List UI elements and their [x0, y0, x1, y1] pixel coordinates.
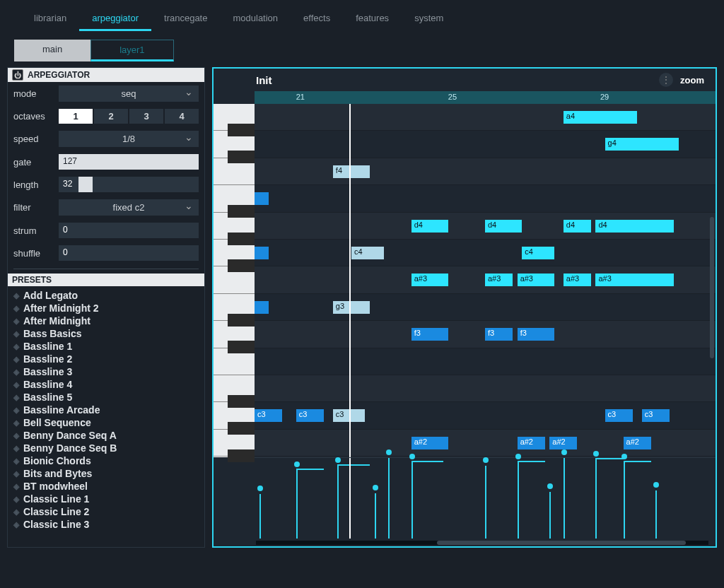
preset-item[interactable]: ◈Classic Line 1: [13, 493, 199, 505]
preset-item[interactable]: ◈BT modwheel: [13, 480, 199, 493]
note[interactable]: g3: [333, 301, 370, 314]
velocity-head[interactable]: [561, 449, 567, 455]
note[interactable]: d4: [595, 220, 674, 233]
power-icon[interactable]: ⏻: [12, 69, 23, 81]
note[interactable]: d4: [564, 220, 591, 233]
velocity-head[interactable]: [515, 454, 521, 459]
preset-item[interactable]: ◈Bassline 1: [13, 340, 199, 353]
top-tab-features[interactable]: features: [343, 7, 402, 31]
preset-item[interactable]: ◈Bassline 3: [13, 365, 199, 378]
mode-dropdown[interactable]: seq: [59, 86, 199, 102]
velocity-stem[interactable]: [337, 466, 339, 539]
note[interactable]: c3: [605, 409, 633, 422]
velocity-stem[interactable]: [549, 492, 551, 539]
note[interactable]: a4: [564, 111, 637, 124]
strum-slider[interactable]: 0: [59, 223, 199, 238]
velocity-head[interactable]: [294, 461, 300, 467]
sub-tab-layer1[interactable]: layer1: [90, 40, 173, 61]
octave-button-3[interactable]: 3: [129, 109, 163, 124]
preset-item[interactable]: ◈Bass Basics: [13, 327, 199, 340]
velocity-head[interactable]: [593, 451, 599, 457]
note[interactable]: c3: [255, 409, 282, 422]
filter-dropdown[interactable]: fixed c2: [59, 199, 199, 216]
preset-item[interactable]: ◈Bionic Chords: [13, 454, 199, 467]
note[interactable]: f4: [333, 165, 370, 178]
note[interactable]: c4: [522, 247, 554, 259]
velocity-lane[interactable]: [255, 457, 716, 539]
preset-item[interactable]: ◈Benny Dance Seq A: [13, 429, 199, 442]
velocity-head[interactable]: [409, 454, 415, 459]
octave-button-2[interactable]: 2: [94, 109, 128, 124]
preset-item[interactable]: ◈After Midnight 2: [13, 302, 199, 314]
velocity-stem[interactable]: [624, 462, 625, 539]
note[interactable]: a#2: [624, 437, 651, 449]
seq-menu-icon[interactable]: ⋮: [659, 73, 673, 87]
note[interactable]: g4: [605, 138, 679, 151]
velocity-stem[interactable]: [595, 459, 597, 539]
scrollbar-vertical[interactable]: [710, 97, 714, 539]
note[interactable]: a#3: [485, 274, 513, 286]
note[interactable]: [255, 192, 269, 205]
preset-item[interactable]: ◈Add Legato: [13, 289, 199, 302]
velocity-stem[interactable]: [388, 458, 390, 539]
playhead[interactable]: [349, 104, 351, 457]
note[interactable]: c3: [296, 409, 324, 422]
note[interactable]: f3: [411, 328, 448, 341]
length-slider[interactable]: 32: [59, 177, 199, 192]
note[interactable]: d4: [485, 220, 522, 233]
preset-item[interactable]: ◈Classic Line 3: [13, 518, 199, 531]
preset-item[interactable]: ◈After Midnight: [13, 314, 199, 327]
note[interactable]: c4: [351, 247, 384, 259]
preset-item[interactable]: ◈Bassline Arcade: [13, 404, 199, 416]
note[interactable]: f3: [485, 328, 513, 341]
velocity-head[interactable]: [621, 454, 627, 459]
note[interactable]: [255, 301, 269, 314]
note[interactable]: a#3: [595, 274, 674, 286]
note[interactable]: a#3: [411, 274, 448, 286]
velocity-stem[interactable]: [485, 466, 486, 539]
preset-item[interactable]: ◈Bell Sequence: [13, 416, 199, 429]
preset-item[interactable]: ◈Bassline 2: [13, 353, 199, 365]
top-tab-modulation[interactable]: modulation: [220, 7, 291, 31]
piano-keys[interactable]: C4C3: [214, 104, 255, 457]
octave-button-1[interactable]: 1: [59, 109, 93, 124]
preset-item[interactable]: ◈Bits and Bytes: [13, 467, 199, 480]
top-tab-arpeggiator[interactable]: arpeggiator: [79, 7, 151, 31]
note[interactable]: a#2: [549, 437, 577, 449]
velocity-stem[interactable]: [375, 493, 376, 539]
velocity-head[interactable]: [257, 486, 263, 491]
zoom-button[interactable]: zoom: [680, 75, 704, 86]
velocity-stem[interactable]: [655, 490, 657, 539]
timeline[interactable]: 212529: [255, 91, 716, 104]
octave-button-4[interactable]: 4: [165, 109, 199, 124]
top-tab-system[interactable]: system: [402, 7, 456, 31]
note[interactable]: d4: [411, 220, 448, 233]
note[interactable]: f3: [518, 328, 554, 341]
speed-dropdown[interactable]: 1/8: [59, 131, 199, 147]
note[interactable]: a#2: [518, 437, 545, 449]
velocity-head[interactable]: [653, 482, 659, 488]
note[interactable]: a#3: [564, 274, 591, 286]
top-tab-effects[interactable]: effects: [291, 7, 343, 31]
preset-item[interactable]: ◈Bassline 4: [13, 378, 199, 391]
velocity-stem[interactable]: [564, 458, 565, 539]
velocity-stem[interactable]: [296, 470, 298, 539]
velocity-stem[interactable]: [259, 494, 261, 539]
velocity-head[interactable]: [335, 457, 341, 463]
note[interactable]: a#2: [411, 437, 448, 449]
velocity-head[interactable]: [386, 449, 392, 455]
top-tab-trancegate[interactable]: trancegate: [151, 7, 220, 31]
note[interactable]: a#3: [518, 274, 554, 286]
note[interactable]: [255, 247, 269, 259]
note-grid[interactable]: a4g4f4d4d4d4d4c4c4a#3a#3a#3a#3a#3g3f3f3f…: [255, 104, 716, 457]
velocity-stem[interactable]: [411, 462, 413, 539]
top-tab-librarian[interactable]: librarian: [21, 7, 79, 31]
velocity-head[interactable]: [547, 483, 553, 489]
velocity-head[interactable]: [483, 457, 489, 463]
velocity-head[interactable]: [373, 485, 378, 490]
velocity-stem[interactable]: [518, 462, 519, 539]
preset-item[interactable]: ◈Classic Line 2: [13, 505, 199, 518]
shuffle-slider[interactable]: 0: [59, 245, 199, 261]
scrollbar-horizontal[interactable]: [256, 541, 708, 545]
gate-slider[interactable]: 127: [59, 154, 199, 170]
